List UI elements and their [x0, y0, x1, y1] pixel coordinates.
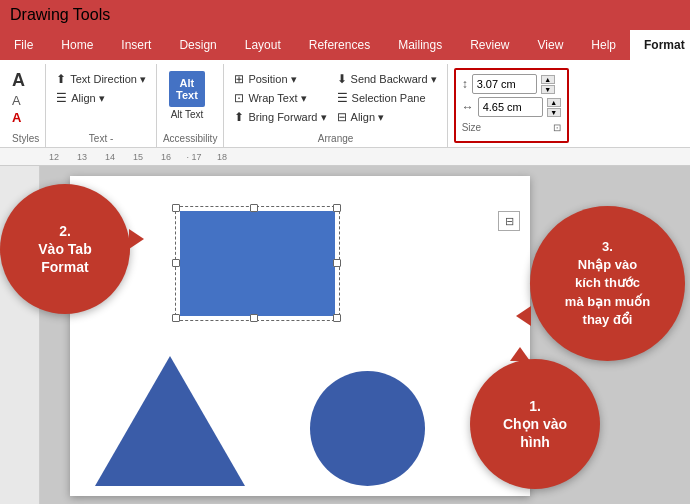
tab-mailings[interactable]: Mailings: [384, 30, 456, 60]
selection-pane-icon: ☰: [337, 91, 348, 105]
ribbon-group-accessibility: AltText Alt Text Accessibility: [157, 64, 224, 147]
ruler-mark-13: 13: [68, 152, 96, 162]
styles-a-small: A: [12, 93, 25, 108]
text-direction-icon: ⬆: [56, 72, 66, 86]
ruler-marks: 12 13 14 15 16 · 17 18: [40, 152, 236, 162]
ribbon-group-text: ⬆ Text Direction ▾ ☰ Align ▾ Text -: [46, 64, 157, 147]
handle-ml[interactable]: [172, 259, 180, 267]
height-spinner: ▲ ▼: [541, 75, 555, 94]
selection-pane-button[interactable]: ☰ Selection Pane: [333, 89, 441, 107]
position-button[interactable]: ⊞ Position ▾: [230, 70, 330, 88]
wrap-text-icon: ⊡: [234, 91, 244, 105]
size-label: Size: [462, 122, 481, 133]
alt-text-icon: AltText: [169, 71, 205, 107]
alt-text-label: Alt Text: [171, 109, 204, 120]
canvas-area: ⊟ 2. Vào TabFormat 3. Nhập vàokích thước…: [0, 166, 690, 504]
callout-tab-format-text: Vào TabFormat: [38, 240, 91, 276]
tab-layout[interactable]: Layout: [231, 30, 295, 60]
handle-bl[interactable]: [172, 314, 180, 322]
shape-rectangle[interactable]: [180, 211, 335, 316]
bring-forward-button[interactable]: ⬆ Bring Forward ▾: [230, 108, 330, 126]
ribbon-group-styles: A A A Styles: [6, 64, 46, 147]
tab-view[interactable]: View: [524, 30, 578, 60]
tab-design[interactable]: Design: [165, 30, 230, 60]
handle-bm[interactable]: [250, 314, 258, 322]
callout-size-text: Nhập vàokích thướcmà bạn muốnthay đổi: [565, 256, 650, 329]
send-backward-button[interactable]: ⬇ Send Backward ▾: [333, 70, 441, 88]
handle-br[interactable]: [333, 314, 341, 322]
width-icon: ↔: [462, 100, 474, 114]
document-page[interactable]: ⊟: [70, 176, 530, 496]
align-arrange-button[interactable]: ⊟ Align ▾: [333, 108, 441, 126]
align-arrange-icon: ⊟: [337, 110, 347, 124]
send-backward-label: Send Backward ▾: [351, 73, 437, 86]
width-spinner: ▲ ▼: [547, 98, 561, 117]
align-text-button[interactable]: ☰ Align ▾: [52, 89, 150, 107]
tab-home[interactable]: Home: [47, 30, 107, 60]
styles-label: Styles: [12, 131, 39, 147]
callout-size: 3. Nhập vàokích thướcmà bạn muốnthay đổi: [530, 206, 685, 361]
wrap-text-button[interactable]: ⊡ Wrap Text ▾: [230, 89, 330, 107]
height-input[interactable]: [472, 74, 537, 94]
ribbon-group-size: ↕ ▲ ▼ ↔ ▲ ▼ Size ⊡: [454, 68, 569, 143]
shape-circle[interactable]: [310, 371, 425, 486]
align-arrange-label: Align ▾: [351, 111, 385, 124]
callout-tab-format: 2. Vào TabFormat: [0, 184, 130, 314]
handle-tm[interactable]: [250, 204, 258, 212]
shape-triangle[interactable]: [95, 356, 245, 486]
align-label: Align ▾: [71, 92, 105, 105]
ruler-mark-18: 18: [208, 152, 236, 162]
callout-tab-format-number: 2.: [59, 222, 71, 240]
ruler-mark-14: 14: [96, 152, 124, 162]
height-up-button[interactable]: ▲: [541, 75, 555, 84]
handle-tl[interactable]: [172, 204, 180, 212]
selection-pane-label: Selection Pane: [352, 92, 426, 104]
handle-tr[interactable]: [333, 204, 341, 212]
ruler-mark-15: 15: [124, 152, 152, 162]
callout-select-arrow: [510, 347, 530, 361]
arrange-label: Arrange: [230, 131, 440, 147]
callout-size-arrow: [516, 306, 531, 326]
send-backward-icon: ⬇: [337, 72, 347, 86]
ruler-mark-12: 12: [40, 152, 68, 162]
ribbon-group-arrange: ⊞ Position ▾ ⊡ Wrap Text ▾ ⬆ Bring Forwa…: [224, 64, 447, 147]
tab-row: File Home Insert Design Layout Reference…: [0, 30, 690, 60]
height-icon: ↕: [462, 77, 468, 91]
callout-select: 1. Chọn vàohình: [470, 359, 600, 489]
handle-mr[interactable]: [333, 259, 341, 267]
text-direction-label: Text Direction ▾: [70, 73, 146, 86]
callout-tab-format-arrow: [129, 229, 144, 249]
align-small-icon: ⊟: [498, 211, 520, 231]
styles-a-color: A: [12, 110, 25, 125]
bring-forward-label: Bring Forward ▾: [248, 111, 326, 124]
width-down-button[interactable]: ▼: [547, 108, 561, 117]
ruler-mark-16: 16: [152, 152, 180, 162]
tab-insert[interactable]: Insert: [107, 30, 165, 60]
tab-review[interactable]: Review: [456, 30, 523, 60]
drawing-tools-title: Drawing Tools: [10, 6, 110, 24]
drawing-tools-bar: Drawing Tools: [0, 0, 690, 30]
callout-select-number: 1.: [529, 397, 541, 415]
ruler-mark-17: · 17: [180, 152, 208, 162]
size-expand-icon[interactable]: ⊡: [553, 122, 561, 133]
tab-file[interactable]: File: [0, 30, 47, 60]
position-label: Position ▾: [248, 73, 296, 86]
tab-references[interactable]: References: [295, 30, 384, 60]
bring-forward-icon: ⬆: [234, 110, 244, 124]
styles-a-large: A: [12, 70, 25, 91]
tab-help[interactable]: Help: [577, 30, 630, 60]
wrap-text-label: Wrap Text ▾: [248, 92, 306, 105]
text-direction-button[interactable]: ⬆ Text Direction ▾: [52, 70, 150, 88]
ribbon: A A A Styles ⬆ Text Direction ▾ ☰: [0, 60, 690, 148]
width-input[interactable]: [478, 97, 543, 117]
text-group-label: Text -: [52, 131, 150, 147]
accessibility-label: Accessibility: [163, 131, 217, 147]
tab-format[interactable]: Format: [630, 30, 690, 60]
position-icon: ⊞: [234, 72, 244, 86]
ruler: 12 13 14 15 16 · 17 18: [0, 148, 690, 166]
alt-text-button[interactable]: AltText Alt Text: [163, 68, 211, 123]
callout-size-number: 3.: [602, 238, 613, 256]
align-icon: ☰: [56, 91, 67, 105]
width-up-button[interactable]: ▲: [547, 98, 561, 107]
height-down-button[interactable]: ▼: [541, 85, 555, 94]
